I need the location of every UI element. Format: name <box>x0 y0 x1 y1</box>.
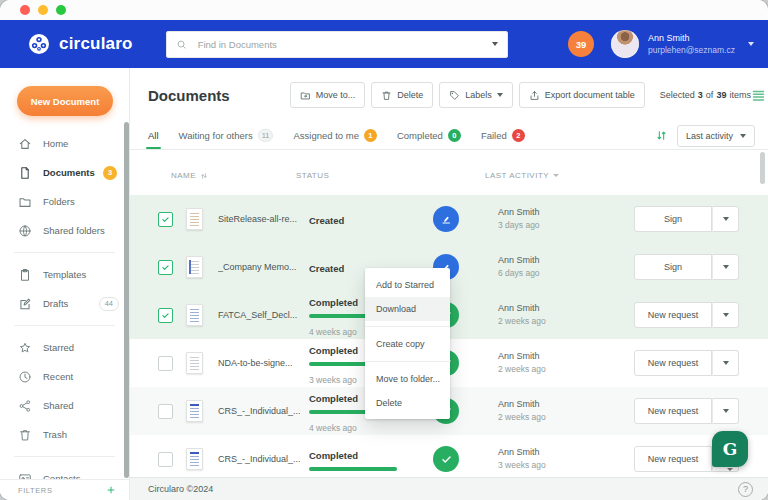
sidebar-item-label: Templates <box>43 269 86 280</box>
sidebar-item-recent[interactable]: Recent <box>0 362 129 391</box>
sidebar-item-shared[interactable]: Shared <box>0 391 129 420</box>
clock-icon <box>18 370 32 384</box>
document-name[interactable]: NDA-to-be-signe... <box>218 358 306 368</box>
tab-assigned-to-me[interactable]: Assigned to me 1 <box>293 122 376 149</box>
move-to-label: Move to... <box>316 90 356 100</box>
menu-item-add-to-starred[interactable]: Add to Starred <box>365 273 450 297</box>
tab-all[interactable]: All <box>148 122 159 149</box>
main-scrollbar[interactable] <box>760 152 765 184</box>
export-button[interactable]: Export document table <box>519 82 645 108</box>
delete-button[interactable]: Delete <box>371 82 433 108</box>
column-header-last-activity[interactable]: LAST ACTIVITY <box>485 171 559 180</box>
sidebar-item-documents[interactable]: Documents 3 <box>0 158 129 187</box>
new-request-button[interactable]: New request <box>634 446 712 472</box>
sign-button[interactable]: Sign <box>634 254 712 280</box>
action-dropdown-button[interactable] <box>712 350 739 376</box>
list-view-icon[interactable] <box>751 88 766 103</box>
user-avatar <box>611 30 639 58</box>
grammarly-icon[interactable]: G <box>712 431 748 467</box>
sidebar-item-label: Folders <box>43 196 75 207</box>
selection-summary: Selected3of39items <box>660 90 751 100</box>
check-icon <box>440 453 453 466</box>
close-button[interactable] <box>20 5 30 15</box>
filters-label: FILTERS <box>18 486 52 495</box>
column-header-name[interactable]: NAME <box>171 171 208 180</box>
new-request-button[interactable]: New request <box>634 302 712 328</box>
page-title: Documents <box>148 87 230 104</box>
minimize-button[interactable] <box>38 5 48 15</box>
app-logo[interactable]: circularo <box>27 32 133 56</box>
table-row[interactable]: CRS_-_Individual_... Completed Ann Smith… <box>130 435 768 483</box>
menu-item-delete[interactable]: Delete <box>365 391 450 415</box>
action-dropdown-button[interactable] <box>712 206 739 232</box>
sidebar-item-templates[interactable]: Templates <box>0 260 129 289</box>
search-input[interactable] <box>196 38 492 51</box>
view-toggle <box>751 88 768 103</box>
menu-item-create-copy[interactable]: Create copy <box>365 332 450 356</box>
sidebar-item-label: Trash <box>43 429 67 440</box>
labels-button[interactable]: Labels <box>439 82 513 108</box>
signature-status-icon <box>433 206 459 232</box>
help-button[interactable]: ? <box>738 482 753 497</box>
action-dropdown-button[interactable] <box>712 302 739 328</box>
chevron-down-icon <box>723 313 729 317</box>
sidebar-item-shared-folders[interactable]: Shared folders <box>0 216 129 245</box>
sidebar-item-label: Home <box>43 138 68 149</box>
table-row[interactable]: SiteRelease-all-re... Created Ann Smith3… <box>130 195 768 243</box>
sidebar-item-label: Shared <box>43 400 74 411</box>
row-checkbox[interactable] <box>158 212 173 227</box>
document-name[interactable]: CRS_-_Individual_... <box>218 454 306 464</box>
chevron-down-icon <box>723 217 729 221</box>
sort-by-button[interactable]: Last activity <box>677 125 755 147</box>
globe-icon <box>18 224 32 238</box>
sidebar-item-drafts[interactable]: Drafts 44 <box>0 289 129 318</box>
sidebar-item-starred[interactable]: Starred <box>0 333 129 362</box>
search-dropdown-chevron-icon[interactable] <box>492 42 498 46</box>
column-header-status[interactable]: STATUS <box>296 171 329 180</box>
row-checkbox[interactable] <box>158 404 173 419</box>
document-name[interactable]: FATCA_Self_Decl... <box>218 310 306 320</box>
global-search[interactable] <box>166 31 508 58</box>
zoom-button[interactable] <box>56 5 66 15</box>
tab-waiting-for-others[interactable]: Waiting for others 11 <box>179 122 274 149</box>
sidebar-item-home[interactable]: Home <box>0 129 129 158</box>
tab-failed[interactable]: Failed 2 <box>481 122 525 149</box>
sort-chevron-icon <box>553 174 559 177</box>
action-dropdown-button[interactable] <box>712 254 739 280</box>
grammarly-widget: G <box>712 431 748 471</box>
new-request-button[interactable]: New request <box>634 398 712 424</box>
move-to-button[interactable]: Move to... <box>290 82 366 108</box>
activity-time: 6 days ago <box>498 267 616 280</box>
document-name[interactable]: _Company Memo... <box>218 262 306 272</box>
sort-direction-icon[interactable] <box>655 129 668 142</box>
row-checkbox[interactable] <box>158 260 173 275</box>
notification-count-badge[interactable]: 39 <box>568 31 594 57</box>
document-name[interactable]: CRS_-_Individual_... <box>218 406 306 416</box>
row-checkbox[interactable] <box>158 356 173 371</box>
document-icon <box>18 166 32 180</box>
sign-button[interactable]: Sign <box>634 206 712 232</box>
action-dropdown-button[interactable] <box>712 398 739 424</box>
new-document-button[interactable]: New Document <box>17 86 113 116</box>
footer: Circularo ©2024 ? <box>130 477 768 500</box>
document-name[interactable]: SiteRelease-all-re... <box>218 214 306 224</box>
new-request-button[interactable]: New request <box>634 350 712 376</box>
home-icon <box>18 137 32 151</box>
copyright-text: Circularo ©2024 <box>148 484 213 494</box>
sidebar-item-trash[interactable]: Trash <box>0 420 129 449</box>
sidebar-item-label: Shared folders <box>43 225 105 236</box>
menu-item-move-to-folder[interactable]: Move to folder... <box>365 367 450 391</box>
row-checkbox[interactable] <box>158 308 173 323</box>
sidebar-item-folders[interactable]: Folders <box>0 187 129 216</box>
completed-time: 4 weeks ago <box>309 423 357 433</box>
user-menu[interactable]: Ann Smith purplehen@seznam.cz <box>611 30 754 58</box>
activity-user: Ann Smith <box>498 254 616 267</box>
user-menu-chevron-icon[interactable] <box>748 42 754 46</box>
row-checkbox[interactable] <box>158 452 173 467</box>
document-tabs: All Waiting for others 11 Assigned to me… <box>130 122 768 150</box>
tab-completed[interactable]: Completed 0 <box>397 122 461 149</box>
add-filter-plus-icon[interactable] <box>106 485 116 495</box>
menu-item-download[interactable]: Download <box>365 297 450 321</box>
activity-user: Ann Smith <box>498 398 616 411</box>
sidebar-scrollbar[interactable] <box>124 122 129 478</box>
